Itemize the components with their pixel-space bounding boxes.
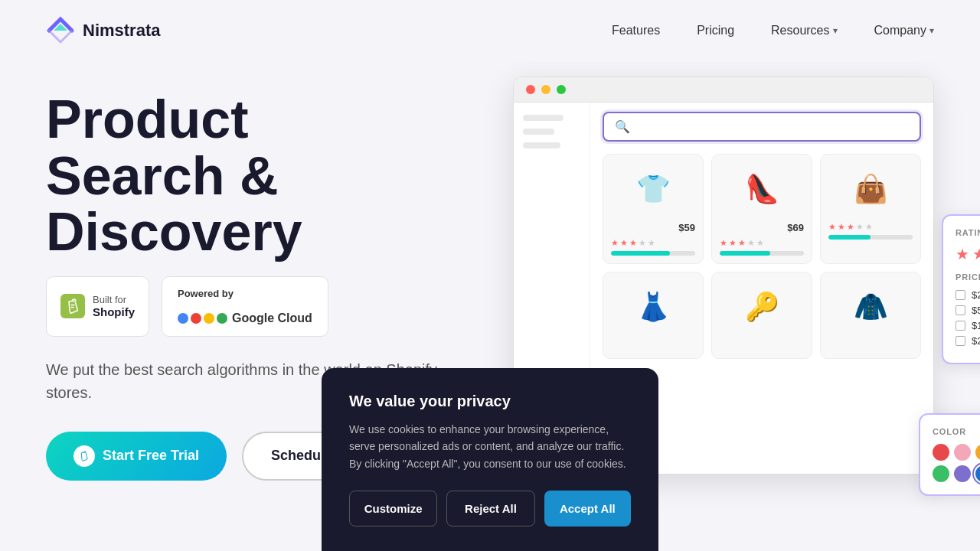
product-image: 🔑: [720, 280, 804, 334]
chevron-down-icon: ▾: [833, 25, 838, 36]
cookie-banner: We value your privacy We use cookies to …: [322, 368, 658, 551]
product-card: 👠 $69 ★★★★★: [711, 154, 812, 264]
color-swatch-orange[interactable]: [975, 444, 980, 461]
cookie-description: We use cookies to enhance your browsing …: [349, 421, 631, 472]
customize-button[interactable]: Customize: [349, 491, 437, 527]
color-swatch-pink[interactable]: [954, 444, 971, 461]
color-swatches: [933, 444, 980, 482]
product-stars: ★★★★★: [720, 238, 804, 248]
product-image: 👠: [720, 162, 804, 216]
shopify-icon: [60, 294, 85, 318]
checkbox[interactable]: [956, 290, 965, 300]
product-image: 🧥: [828, 280, 913, 334]
nav-links: Features Pricing Resources ▾ Company ▾: [612, 24, 934, 37]
price-option: $25-50 (23): [956, 289, 980, 301]
filter-card-rating: RATING ★ ★ ★ ★ ★ PRICE $25-50 (23) $50-1…: [942, 214, 980, 364]
product-price: $59: [611, 222, 695, 233]
color-swatch-purple[interactable]: [954, 465, 971, 482]
product-price: $69: [720, 222, 804, 233]
shopify-mini-icon: [74, 445, 95, 467]
nav-item-features[interactable]: Features: [612, 24, 660, 37]
product-stars: ★★★★★: [611, 238, 695, 248]
filter-card-color: COLOR: [919, 413, 980, 496]
product-card: 🔑: [711, 272, 812, 359]
badge-row: Built for Shopify Powered by Google Clou…: [46, 276, 475, 337]
cookie-buttons: Customize Reject All Accept All: [349, 491, 631, 527]
product-image: 👜: [828, 162, 913, 216]
badge-shopify: Built for Shopify: [46, 276, 149, 337]
browser-maximize-dot: [557, 85, 566, 94]
browser-bar: [514, 77, 933, 103]
color-swatch-red[interactable]: [933, 444, 949, 461]
start-trial-button[interactable]: Start Free Trial: [46, 432, 227, 481]
product-stars: ★★★★★: [828, 222, 913, 232]
price-option: $100-250 (21): [956, 320, 980, 331]
checkbox[interactable]: [956, 305, 965, 315]
price-option: $250-500 (8): [956, 335, 980, 347]
nav-item-pricing[interactable]: Pricing: [697, 24, 734, 37]
reject-all-button[interactable]: Reject All: [446, 491, 534, 527]
product-image: 👕: [611, 162, 695, 216]
search-bar-mock: 🔍: [603, 112, 921, 142]
logo-text: Nimstrata: [83, 21, 160, 41]
browser-minimize-dot: [541, 85, 550, 94]
product-grid: 👕 $59 ★★★★★ 👠 $69 ★★★★★: [603, 154, 921, 359]
browser-close-dot: [526, 85, 535, 94]
checkbox[interactable]: [956, 336, 965, 346]
logo-icon: [46, 16, 75, 45]
hero-title: Product Search & Discovery: [46, 92, 475, 261]
shopify-badge-text: Built for Shopify: [93, 294, 135, 318]
checkbox[interactable]: [956, 321, 965, 331]
search-icon: 🔍: [615, 119, 630, 134]
product-card: 🧥: [820, 272, 921, 359]
product-card: 👗: [603, 272, 704, 359]
logo[interactable]: Nimstrata: [46, 16, 160, 45]
rating-stars-display: ★ ★ ★ ★ ★: [956, 245, 980, 263]
google-cloud-logo: Google Cloud: [178, 311, 312, 325]
accept-all-button[interactable]: Accept All: [544, 491, 631, 527]
cookie-title: We value your privacy: [349, 393, 631, 410]
nav-item-company[interactable]: Company ▾: [874, 24, 934, 37]
badge-google-cloud: Powered by Google Cloud: [162, 276, 328, 337]
product-image: 👗: [611, 280, 695, 334]
product-card: 👜 ★★★★★: [820, 154, 921, 264]
nav-item-resources[interactable]: Resources ▾: [771, 24, 837, 37]
product-card: 👕 $59 ★★★★★: [603, 154, 704, 264]
price-option: $50-100 (42): [956, 305, 980, 316]
chevron-down-icon: ▾: [929, 25, 934, 36]
color-swatch-blue[interactable]: [975, 465, 980, 482]
color-swatch-green[interactable]: [933, 465, 949, 482]
navbar: Nimstrata Features Pricing Resources ▾ C…: [0, 0, 980, 61]
